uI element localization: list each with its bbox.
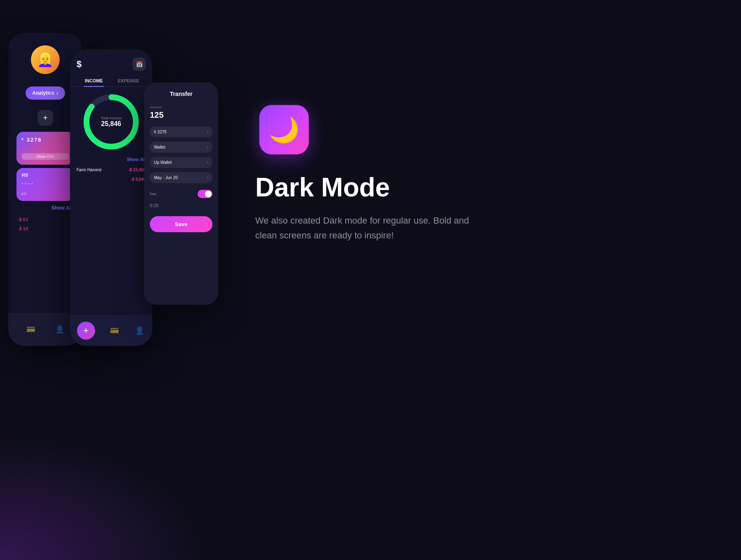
- wallet-icon[interactable]: 💳: [25, 324, 37, 335]
- show-all-link[interactable]: Show All: [19, 205, 72, 211]
- transaction-amount: -$ 63: [18, 217, 28, 222]
- free-label: free: [150, 192, 156, 196]
- transaction-amount: -$ 9,646: [130, 177, 146, 182]
- card-1-number: * 3276: [21, 137, 69, 143]
- background-gradient: [0, 436, 206, 560]
- transaction-row: -$ 19: [14, 224, 76, 233]
- transfer-card: Transfer Amount 125 h 3276 › Wallet › Up…: [144, 82, 218, 305]
- bottom-nav-main: + 💳 👤: [70, 315, 152, 346]
- free-toggle[interactable]: [198, 190, 212, 198]
- wallet-nav-icon[interactable]: 💳: [109, 325, 120, 336]
- free-toggle-row: free: [150, 187, 212, 201]
- amount-label: Amount: [150, 105, 212, 109]
- tab-income[interactable]: INCOME: [77, 75, 111, 86]
- show-all-main[interactable]: Show All: [70, 157, 152, 162]
- fee-value: 0.25: [150, 203, 212, 208]
- total-income-value: 25,846: [100, 120, 121, 128]
- chevron-right-icon: ›: [207, 130, 208, 134]
- card-1: * 3276 Show CVV: [16, 132, 74, 165]
- profile-nav-icon[interactable]: 👤: [134, 325, 145, 336]
- header-balance: $: [77, 59, 82, 70]
- profile-icon[interactable]: 👤: [54, 324, 65, 335]
- card-2-expiry: 07/: [21, 192, 69, 196]
- moon-icon: 🌙: [269, 115, 300, 145]
- app-icon: 🌙: [259, 105, 309, 154]
- transaction-row: -$ 63: [14, 215, 76, 224]
- chevron-right-icon: ›: [207, 145, 208, 149]
- donut-chart: Total Income 25,846: [70, 91, 152, 153]
- card-2-dots: ****: [21, 182, 69, 187]
- calendar-button[interactable]: 📅: [133, 58, 146, 71]
- donut-center: Total Income 25,846: [100, 116, 121, 128]
- calendar-icon: 📅: [136, 61, 143, 68]
- analytics-label: Analytics: [32, 90, 54, 96]
- up-wallet-text: Up Wallet: [154, 160, 172, 165]
- date-range-text: May - Jun 20: [154, 175, 178, 180]
- tab-expense[interactable]: EXPENSE: [111, 75, 146, 86]
- card-2: VIS **** 07/: [16, 168, 74, 201]
- phone-header: $ 📅: [70, 49, 152, 75]
- save-button[interactable]: Save: [150, 216, 212, 232]
- chevron-right-icon: ›: [207, 160, 208, 165]
- toggle-knob: [205, 191, 212, 197]
- up-wallet-row[interactable]: Up Wallet ›: [150, 157, 212, 168]
- source-account-row[interactable]: h 3276 ›: [150, 126, 212, 138]
- analytics-button[interactable]: Analytics: [26, 86, 65, 100]
- transaction-amount: -$ 19: [18, 226, 28, 231]
- transaction-name: Farm Harvest: [77, 168, 102, 172]
- dark-mode-description: We also created Dark mode for regular us…: [255, 213, 469, 242]
- transaction-row: Farm Harvest -$ 15,000: [70, 165, 152, 175]
- plus-icon: +: [43, 113, 48, 123]
- date-range-row[interactable]: May - Jun 20 ›: [150, 172, 212, 183]
- dark-mode-title: Dark Mode: [255, 173, 469, 202]
- show-cvv-button[interactable]: Show CVV: [21, 153, 69, 160]
- source-account-text: h 3276: [154, 130, 167, 134]
- right-content: Dark Mode We also created Dark mode for …: [255, 173, 469, 243]
- chevron-right-icon: ›: [207, 175, 208, 180]
- transaction-amount: -$ 15,000: [128, 168, 146, 172]
- transfer-title: Transfer: [150, 91, 212, 97]
- total-income-label: Total Income: [100, 116, 121, 120]
- add-transaction-button[interactable]: +: [77, 322, 95, 340]
- amount-value: 125: [150, 110, 212, 120]
- tab-bar: INCOME EXPENSE: [70, 75, 152, 87]
- transaction-row: -$ 9,646: [70, 175, 152, 184]
- plus-icon: +: [83, 325, 89, 336]
- card-2-brand: VIS: [21, 173, 69, 177]
- wallet-row[interactable]: Wallet ›: [150, 142, 212, 153]
- wallet-text: Wallet: [154, 145, 165, 149]
- avatar: 👱‍♀️: [31, 45, 60, 74]
- add-button[interactable]: +: [37, 110, 53, 126]
- phone-main: $ 📅 INCOME EXPENSE Total Income 25,846 S…: [70, 49, 152, 346]
- app-icon-container: 🌙: [259, 105, 309, 154]
